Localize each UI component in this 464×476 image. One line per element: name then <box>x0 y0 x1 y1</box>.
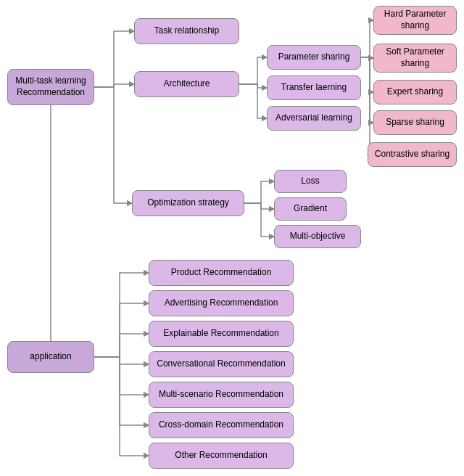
node-adversarial: Adversarial learning <box>267 106 361 131</box>
node-expert: Expert sharing <box>373 80 457 104</box>
node-gradient: Gradient <box>274 197 347 221</box>
node-param_sharing: Parameter sharing <box>267 45 361 70</box>
node-transfer: Transfer laerning <box>267 75 361 100</box>
node-product_rec: Product Recommendation <box>149 260 294 286</box>
node-multi_obj: Multi-objective <box>274 225 361 248</box>
node-hard_param: Hard Parameter sharing <box>373 6 457 35</box>
node-contrastive: Contrastive sharing <box>368 142 457 167</box>
node-sparse: Sparse sharing <box>373 110 457 135</box>
node-task_rel: Task relationship <box>134 18 239 44</box>
node-multi_task: Multi-task learning Recommendation <box>7 69 94 105</box>
node-cross_domain: Cross-domain Recommendation <box>149 412 294 438</box>
node-application: application <box>7 341 94 373</box>
node-soft_param: Soft Parameter sharing <box>373 44 457 73</box>
node-multi_scen: Multi-scenario Recommendation <box>149 382 294 408</box>
node-explain_rec: Explainable Recommendation <box>149 321 294 347</box>
node-opt_strategy: Optimization strategy <box>132 190 244 216</box>
node-convers_rec: Conversational Recommendation <box>149 351 294 377</box>
node-advert_rec: Advertising Recommendation <box>149 290 294 316</box>
node-architecture: Architecture <box>134 71 239 97</box>
node-other_rec: Other Recommendation <box>149 443 294 469</box>
node-loss: Loss <box>274 170 347 193</box>
